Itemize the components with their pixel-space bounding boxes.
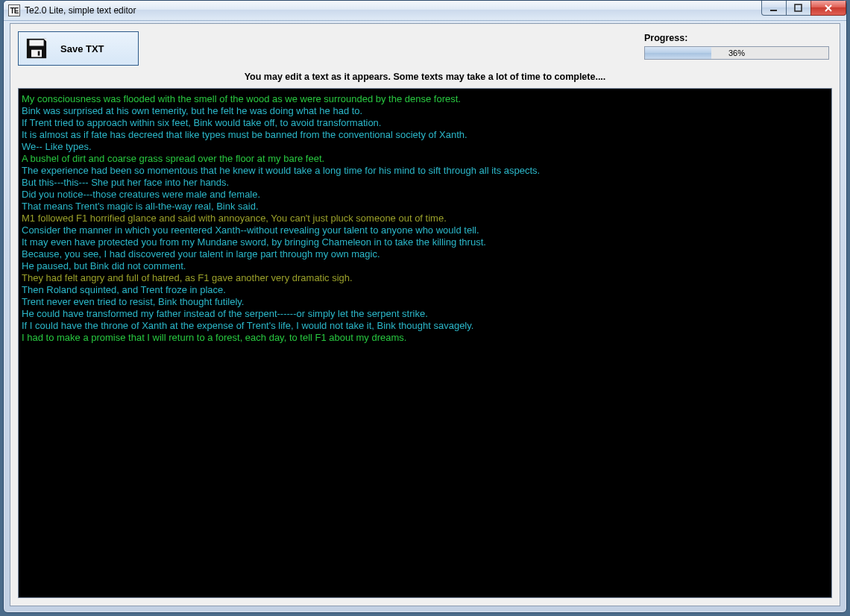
editor-line[interactable]: Trent never even tried to resist, Bink t… bbox=[22, 296, 828, 308]
close-icon bbox=[823, 4, 834, 13]
svg-rect-5 bbox=[29, 40, 43, 46]
editor-line[interactable]: Consider the manner in which you reenter… bbox=[22, 224, 828, 236]
progress-bar: 36% bbox=[644, 46, 829, 60]
svg-rect-0 bbox=[770, 10, 777, 11]
editor-line[interactable]: I had to make a promise that I will retu… bbox=[22, 332, 828, 344]
editor-line[interactable]: It may even have protected you from my M… bbox=[22, 236, 828, 248]
editor-line[interactable]: They had felt angry and full of hatred, … bbox=[22, 272, 828, 284]
editor-line[interactable]: A bushel of dirt and coarse grass spread… bbox=[22, 153, 828, 165]
minimize-button[interactable] bbox=[761, 1, 787, 16]
hint-text: You may edit a text as it appears. Some … bbox=[10, 72, 840, 82]
floppy-icon bbox=[26, 38, 47, 59]
app-window: TE Te2.0 Lite, simple text editor bbox=[3, 0, 847, 613]
editor-line[interactable]: Because, you see, I had discovered your … bbox=[22, 248, 828, 260]
svg-rect-6 bbox=[31, 50, 42, 57]
app-icon: TE bbox=[8, 4, 20, 16]
progress-block: Progress: 36% bbox=[644, 33, 829, 60]
editor-line[interactable]: He paused, but Bink did not comment. bbox=[22, 260, 828, 272]
save-button[interactable]: Save TXT bbox=[18, 31, 139, 66]
editor-line[interactable]: The experience had been so momentous tha… bbox=[22, 165, 828, 177]
editor-line[interactable]: Bink was surprised at his own temerity, … bbox=[22, 105, 828, 117]
svg-rect-1 bbox=[795, 4, 802, 11]
window-controls bbox=[762, 1, 846, 16]
save-button-label: Save TXT bbox=[60, 43, 104, 54]
progress-text: 36% bbox=[645, 47, 828, 59]
editor-line[interactable]: Then Roland squinted, and Trent froze in… bbox=[22, 284, 828, 296]
editor-line[interactable]: M1 followed F1 horrified glance and said… bbox=[22, 213, 828, 224]
editor-line[interactable]: He could have transformed my father inst… bbox=[22, 308, 828, 320]
svg-rect-7 bbox=[38, 51, 40, 56]
maximize-icon bbox=[794, 4, 803, 13]
close-button[interactable] bbox=[810, 1, 846, 16]
editor-line[interactable]: That means Trent's magic is all-the-way … bbox=[22, 201, 828, 213]
editor-line[interactable]: If Trent tried to approach within six fe… bbox=[22, 117, 828, 129]
client-area: Save TXT Progress: 36% You may edit a te… bbox=[10, 23, 840, 606]
editor-line[interactable]: It is almost as if fate has decreed that… bbox=[22, 129, 828, 141]
window-title: Te2.0 Lite, simple text editor bbox=[25, 5, 136, 16]
editor-line[interactable]: But this---this--- She put her face into… bbox=[22, 177, 828, 189]
editor-line[interactable]: If I could have the throne of Xanth at t… bbox=[22, 320, 828, 332]
maximize-button[interactable] bbox=[786, 1, 811, 16]
editor-line[interactable]: My consciousness was flooded with the sm… bbox=[22, 93, 828, 105]
titlebar[interactable]: TE Te2.0 Lite, simple text editor bbox=[4, 1, 846, 21]
editor-line[interactable]: Did you notice---those creatures were ma… bbox=[22, 189, 828, 201]
progress-label: Progress: bbox=[644, 33, 829, 43]
minimize-icon bbox=[769, 4, 778, 13]
text-editor[interactable]: My consciousness was flooded with the sm… bbox=[18, 88, 832, 598]
editor-line[interactable]: We-- Like types. bbox=[22, 141, 828, 153]
toolbar: Save TXT Progress: 36% You may edit a te… bbox=[10, 24, 840, 84]
